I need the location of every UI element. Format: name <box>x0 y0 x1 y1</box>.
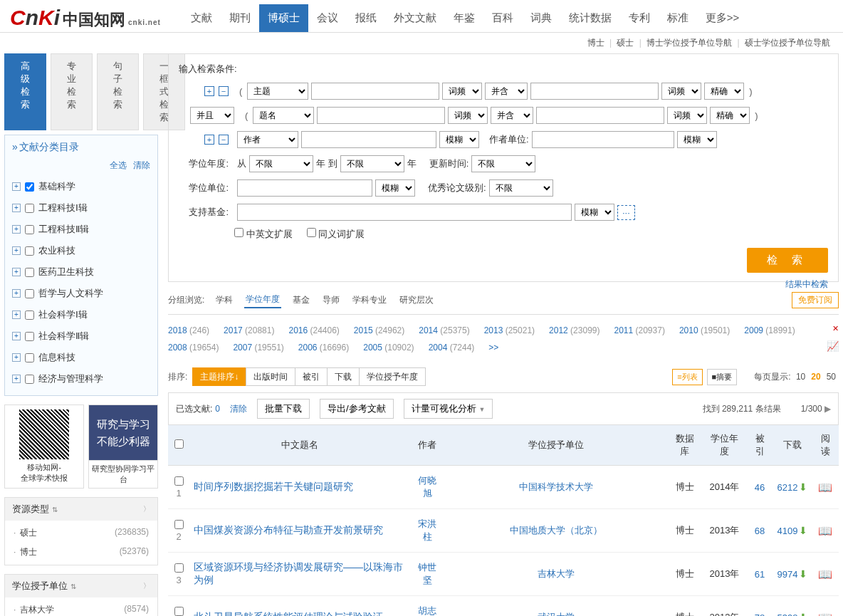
search-in-results-link[interactable]: 结果中检索 <box>785 278 828 291</box>
download-icon[interactable]: ⬇ <box>799 612 807 616</box>
topnav-item[interactable]: 百科 <box>483 4 522 32</box>
facet-item[interactable]: 硕士(236835) <box>5 523 157 543</box>
cited-link[interactable]: 68 <box>755 526 765 536</box>
clear-selection-link[interactable]: 清除 <box>230 403 247 415</box>
author-link[interactable]: 宋洪柱 <box>418 518 436 542</box>
row-checkbox[interactable] <box>174 607 184 616</box>
row-checkbox[interactable] <box>174 476 184 486</box>
next-page-icon[interactable]: ▶ <box>824 404 831 414</box>
facet-item[interactable]: 吉林大学(8574) <box>5 600 157 616</box>
fund-more-icon[interactable]: ··· <box>617 205 635 220</box>
category-checkbox[interactable] <box>25 225 34 234</box>
comb-select-2[interactable]: 并含 <box>491 107 533 124</box>
year-link[interactable]: 2016 (24406) <box>288 322 339 339</box>
expand-icon[interactable]: + <box>12 332 21 340</box>
catalog-select-all[interactable]: 全选 <box>110 160 127 170</box>
institution-link[interactable]: 中国地质大学（北京） <box>510 525 602 536</box>
cited-link[interactable]: 61 <box>755 569 765 580</box>
topnav-item[interactable]: 年鉴 <box>445 4 483 32</box>
author-link[interactable]: 胡志刚 <box>418 605 436 616</box>
read-icon[interactable]: 📖 <box>818 525 832 537</box>
remove-row-icon[interactable]: − <box>219 86 229 96</box>
category-row[interactable]: +经济与管理科学 <box>11 368 152 390</box>
sort-option[interactable]: 出版时间 <box>246 367 295 386</box>
sort-option[interactable]: 主题排序↓ <box>192 367 246 386</box>
year-link[interactable]: 2005 (10902) <box>363 339 414 356</box>
topnav-item[interactable]: 外文文献 <box>385 4 445 32</box>
fund-fuzzy-select[interactable]: 模糊 <box>575 204 614 221</box>
topnav-item[interactable]: 期刊 <box>221 4 259 32</box>
category-checkbox[interactable] <box>25 182 34 192</box>
category-checkbox[interactable] <box>25 268 34 277</box>
author-unit-input[interactable] <box>532 131 674 148</box>
view-summary-button[interactable]: ■摘要 <box>707 369 738 385</box>
close-icon[interactable]: ✕ <box>832 320 839 336</box>
freq-select-2a[interactable]: 词频 <box>448 107 488 124</box>
category-checkbox[interactable] <box>25 204 34 213</box>
remove-author-icon[interactable]: − <box>219 135 229 145</box>
download-icon[interactable]: ⬇ <box>799 525 807 536</box>
sort-option[interactable]: 下载 <box>327 367 360 386</box>
expand-icon[interactable]: + <box>12 182 21 191</box>
topnav-item[interactable]: 文献 <box>182 4 221 32</box>
author-input[interactable] <box>301 131 436 148</box>
topnav-item[interactable]: 报纸 <box>347 4 385 32</box>
topnav-item[interactable]: 词典 <box>522 4 560 32</box>
ad-promo[interactable]: 研究与学习 不能少利器 <box>88 404 158 461</box>
comb-select-1[interactable]: 并含 <box>485 83 528 100</box>
logo[interactable]: CnKi 中国知网 cnki.net <box>10 6 161 31</box>
download-link[interactable]: 4109 <box>777 526 798 536</box>
year-link[interactable]: 2018 (246) <box>168 322 209 339</box>
value-input-2a[interactable] <box>317 107 445 124</box>
export-button[interactable]: 导出/参考文献 <box>320 399 394 419</box>
topnav-item[interactable]: 标准 <box>659 4 697 32</box>
read-icon[interactable]: 📖 <box>818 612 832 617</box>
year-link[interactable]: 2004 (7244) <box>429 339 475 356</box>
ext-cnen-checkbox[interactable]: 中英文扩展 <box>234 228 293 241</box>
sort-option[interactable]: 被引 <box>295 367 328 386</box>
per-page-option[interactable]: 20 <box>811 372 820 382</box>
year-link[interactable]: 2013 (25021) <box>484 322 535 339</box>
year-from-select[interactable]: 不限 <box>249 155 313 172</box>
category-checkbox[interactable] <box>25 353 34 362</box>
year-link[interactable]: 2009 (18991) <box>744 322 795 339</box>
subnav-item[interactable]: 硕士学位授予单位导航 <box>745 38 830 48</box>
subnav-item[interactable]: 博士学位授予单位导航 <box>646 38 732 48</box>
subnav-item[interactable]: 硕士 <box>617 38 634 48</box>
row-checkbox[interactable] <box>174 520 184 529</box>
viz-button[interactable]: 计量可视化分析 ▼ <box>404 399 493 419</box>
value-input-2b[interactable] <box>536 107 664 124</box>
read-icon[interactable]: 📖 <box>818 568 832 580</box>
category-checkbox[interactable] <box>25 332 34 341</box>
category-checkbox[interactable] <box>25 246 34 256</box>
institution-link[interactable]: 吉林大学 <box>538 568 575 579</box>
author-field-select[interactable]: 作者 <box>237 131 298 148</box>
category-checkbox[interactable] <box>25 375 34 384</box>
expand-icon[interactable]: + <box>12 225 21 234</box>
download-icon[interactable]: ⬇ <box>799 568 807 580</box>
download-icon[interactable]: ⬇ <box>799 481 807 493</box>
facet-item[interactable]: 博士(52376) <box>5 543 157 562</box>
search-tab[interactable]: 句子检索 <box>97 53 139 130</box>
add-author-icon[interactable]: + <box>204 135 214 145</box>
freq-select-2b[interactable]: 词频 <box>667 107 707 124</box>
topnav-item[interactable]: 会议 <box>308 4 347 32</box>
topnav-item[interactable]: 统计数据 <box>560 4 620 32</box>
per-page-option[interactable]: 50 <box>827 372 836 382</box>
field-select-1[interactable]: 主题 <box>247 83 308 100</box>
title-link[interactable]: 区域资源环境与经济协调发展研究——以珠海市为例 <box>194 561 403 585</box>
author-unit-fuzzy-select[interactable]: 模糊 <box>677 131 717 148</box>
year-link[interactable]: 2015 (24962) <box>354 322 404 339</box>
author-link[interactable]: 何晓旭 <box>418 475 436 498</box>
group-item[interactable]: 学科专业 <box>351 293 388 308</box>
expand-icon[interactable]: + <box>12 268 21 276</box>
category-row[interactable]: +工程科技Ⅱ辑 <box>11 219 152 240</box>
expand-icon[interactable]: + <box>12 246 21 255</box>
fund-input[interactable] <box>237 204 572 221</box>
precise-select-2[interactable]: 精确 <box>710 107 750 124</box>
expand-icon[interactable]: + <box>12 375 21 383</box>
author-fuzzy-select[interactable]: 模糊 <box>439 131 479 148</box>
subnav-item[interactable]: 博士 <box>587 38 604 48</box>
institution-link[interactable]: 中国科学技术大学 <box>519 481 593 492</box>
years-more-link[interactable]: >> <box>488 339 498 356</box>
